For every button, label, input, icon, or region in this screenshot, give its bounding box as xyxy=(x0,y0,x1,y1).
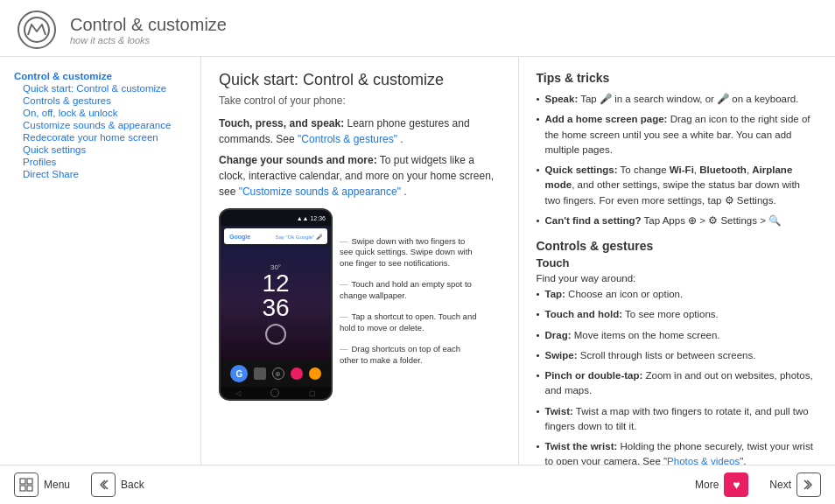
tip-cf-text: Tap Apps ⊕ > ⚙ Settings > 🔍 xyxy=(644,215,781,226)
ctrl-drag: Drag: Move items on the home screen. xyxy=(537,328,818,343)
annotation-swipe-down: Swipe down with two fingers to see quick… xyxy=(340,236,480,269)
tip-quick-settings: Quick settings: To change Wi-Fi, Bluetoo… xyxy=(537,163,818,208)
tip-cant-find: Can't find a setting? Tap Apps ⊕ > ⚙ Set… xyxy=(537,214,818,228)
phone-recents-nav: ▢ xyxy=(309,389,316,397)
footer: Menu Back More ♥ Next xyxy=(0,465,835,504)
bullet-touch-bold: Touch, press, and speak: xyxy=(219,117,344,130)
annotation-touch-hold: Touch and hold an empty spot to change w… xyxy=(340,279,480,301)
phone-app-icon-3 xyxy=(309,368,321,380)
svg-rect-4 xyxy=(27,486,32,491)
tip-add-page-bold: Add a home screen page: xyxy=(545,114,668,124)
center-section-title: Quick start: Control & customize xyxy=(219,71,501,89)
menu-icon xyxy=(14,472,39,497)
sidebar: Control & customize Quick start: Control… xyxy=(0,57,201,465)
phone-clock-min: 36 xyxy=(262,296,289,320)
phone-status-bar: ▲▲ 12:36 xyxy=(221,210,331,226)
next-button[interactable]: Next xyxy=(769,472,821,497)
tips-title: Tips & tricks xyxy=(537,71,818,85)
tip-speak-text: Tap 🎤 in a search window, or 🎤 on a keyb… xyxy=(580,94,798,104)
page-subtitle: how it acts & looks xyxy=(70,35,227,46)
touch-intro: Find your way around: xyxy=(537,273,818,284)
tip-qs-bold: Quick settings: xyxy=(545,164,618,175)
bullet-sounds-bold: Change your sounds and more: xyxy=(219,154,377,166)
sidebar-item-quick-settings[interactable]: Quick settings xyxy=(14,144,186,155)
phone-annotations: Swipe down with two fingers to see quick… xyxy=(340,208,480,401)
annotation-shortcut: Tap a shortcut to open. Touch and hold t… xyxy=(340,312,480,333)
footer-right: More ♥ Next xyxy=(695,472,821,497)
ctrl-pinch: Pinch or double-tap: Zoom in and out on … xyxy=(537,368,818,399)
bullet-sounds-end: . xyxy=(403,186,406,198)
more-icon: ♥ xyxy=(724,472,748,497)
right-content: Tips & tricks Speak: Tap 🎤 in a search w… xyxy=(519,57,836,465)
menu-label: Menu xyxy=(44,479,70,491)
svg-rect-3 xyxy=(20,486,25,491)
touch-subtitle: Touch xyxy=(537,256,818,270)
phone-home-nav xyxy=(270,388,279,397)
phone-apps-icon: ⊕ xyxy=(272,368,284,380)
more-button[interactable]: More ♥ xyxy=(695,472,748,497)
google-logo: Google xyxy=(229,234,250,240)
phone-mockup: ▲▲ 12:36 Google Say "Ok Google" 🎤 30° 12… xyxy=(219,208,333,401)
ctrl-tap: Tap: Choose an icon or option. xyxy=(537,287,818,302)
svg-point-0 xyxy=(25,18,49,42)
bullet-sounds-link[interactable]: "Customize sounds & appearance" xyxy=(239,186,401,198)
page-header: Control & customize how it acts & looks xyxy=(0,0,835,57)
sidebar-item-quick-start[interactable]: Quick start: Control & customize xyxy=(14,83,186,94)
next-label: Next xyxy=(769,479,791,491)
tip-speak-bold: Speak: xyxy=(545,94,579,104)
sidebar-item-customize-sounds[interactable]: Customize sounds & appearance xyxy=(14,120,186,130)
voice-search-icon: Say "Ok Google" 🎤 xyxy=(275,234,322,240)
center-section-intro: Take control of your phone: xyxy=(219,94,501,107)
more-icon-symbol: ♥ xyxy=(733,478,740,492)
ctrl-twist-wrist: Twist the wrist: Holding the phone secur… xyxy=(537,439,818,465)
annotation-drag: Drag shortcuts on top of each other to m… xyxy=(340,344,480,366)
phone-time-widget: 30° 12 36 xyxy=(262,263,289,345)
ctrl-touch-hold: Touch and hold: To see more options. xyxy=(537,307,818,322)
main-content: Control & customize Quick start: Control… xyxy=(0,57,835,465)
bullet-touch-link[interactable]: "Controls & gestures" xyxy=(298,133,397,145)
phone-google-app: G xyxy=(230,365,248,382)
svg-rect-2 xyxy=(27,479,32,484)
tip-cf-bold: Can't find a setting? xyxy=(545,215,642,226)
phone-clock-hour: 12 xyxy=(262,271,289,296)
center-bullets: Touch, press, and speak: Learn phone ges… xyxy=(219,116,501,200)
bullet-touch: Touch, press, and speak: Learn phone ges… xyxy=(219,116,501,147)
tip-speak: Speak: Tap 🎤 in a search window, or 🎤 on… xyxy=(537,92,818,107)
ctrl-swipe: Swipe: Scroll through lists or between s… xyxy=(537,348,818,363)
menu-button[interactable]: Menu xyxy=(14,472,70,497)
phone-nav-bar: ◁ ▢ xyxy=(221,387,331,399)
sidebar-item-control-customize[interactable]: Control & customize xyxy=(14,71,186,81)
next-icon xyxy=(796,472,821,497)
phone-screen: 30° 12 36 xyxy=(221,247,331,360)
phone-time-display: ▲▲ 12:36 xyxy=(297,215,326,221)
motorola-logo xyxy=(18,10,56,49)
more-label: More xyxy=(695,479,719,491)
back-button[interactable]: Back xyxy=(91,472,144,497)
phone-search-bar: Google Say "Ok Google" 🎤 xyxy=(224,228,327,244)
page-title: Control & customize xyxy=(70,15,227,35)
sidebar-item-profiles[interactable]: Profiles xyxy=(14,157,186,167)
controls-gestures-title: Controls & gestures xyxy=(537,239,818,253)
phone-back-nav: ◁ xyxy=(235,389,241,397)
phone-circle-widget xyxy=(262,324,289,345)
sidebar-item-direct-share[interactable]: Direct Share xyxy=(14,169,186,179)
ctrl-twist: Twist: Twist a map with two fingers to r… xyxy=(537,404,818,435)
phone-app-tray: G ⊕ xyxy=(221,360,331,387)
phone-demo-container: ▲▲ 12:36 Google Say "Ok Google" 🎤 30° 12… xyxy=(219,208,501,401)
bullet-touch-end: . xyxy=(400,133,403,145)
phone-app-icon-2 xyxy=(291,368,303,380)
header-text-block: Control & customize how it acts & looks xyxy=(70,15,227,46)
svg-rect-1 xyxy=(20,479,25,484)
sidebar-item-on-off-lock[interactable]: On, off, lock & unlock xyxy=(14,108,186,118)
sidebar-item-controls-gestures[interactable]: Controls & gestures xyxy=(14,95,186,106)
back-label: Back xyxy=(121,479,144,491)
photos-videos-link[interactable]: Photos & videos xyxy=(667,456,740,465)
back-icon xyxy=(91,472,116,497)
bullet-sounds: Change your sounds and more: To put widg… xyxy=(219,152,501,200)
sidebar-item-redecorate[interactable]: Redecorate your home screen xyxy=(14,132,186,143)
tip-add-page: Add a home screen page: Drag an icon to … xyxy=(537,112,818,158)
phone-app-icon-1 xyxy=(254,368,266,380)
center-content: Quick start: Control & customize Take co… xyxy=(201,57,519,465)
